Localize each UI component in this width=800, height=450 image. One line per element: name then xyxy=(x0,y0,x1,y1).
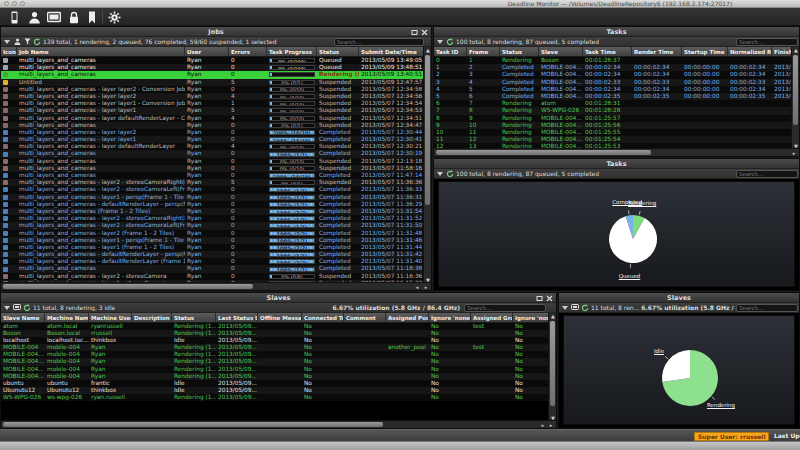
table-row[interactable]: MOBILE-004...mobile-004RyanRendering (1.… xyxy=(1,351,550,358)
table-row[interactable]: multi_layers_and_camerasRyan00% (0/1)Sus… xyxy=(1,122,425,129)
column-header[interactable]: Ignore 'none' Gr xyxy=(513,313,550,322)
table-row[interactable]: multi_layers_and_cameras - layer1 - pers… xyxy=(1,237,425,244)
refresh-icon[interactable] xyxy=(33,38,41,46)
collapse-caret-icon[interactable] xyxy=(436,38,444,46)
table-row[interactable]: localhostlocalhost.loc...thinkboxIdle201… xyxy=(1,337,550,344)
minimize-traffic-light[interactable] xyxy=(12,1,17,6)
slave-list-icon[interactable] xyxy=(571,304,579,312)
column-header[interactable]: Comment xyxy=(344,313,386,322)
collapse-caret-icon[interactable] xyxy=(3,38,11,46)
refresh-icon[interactable] xyxy=(446,38,454,46)
column-header[interactable]: Machine Name xyxy=(45,313,89,322)
table-row[interactable]: multi_layers_and_cameras - layer2 - ster… xyxy=(1,222,425,229)
table-row[interactable]: MOBILE-004mobile-004RyanRendering (1...2… xyxy=(1,344,550,351)
column-header[interactable]: Normalized Rend xyxy=(728,47,772,56)
user-filter-icon[interactable] xyxy=(13,38,21,46)
close-traffic-light[interactable] xyxy=(4,1,9,6)
table-row[interactable]: 78RenderingWS-WPG-02600:01:28:28 xyxy=(434,107,793,114)
slave-list-icon[interactable] xyxy=(13,304,21,312)
slaves-vertical-scrollbar[interactable]: ▲▼ xyxy=(548,313,556,422)
jobs-horizontal-scrollbar[interactable]: ◂▸ xyxy=(1,282,431,290)
column-header[interactable]: Slave Name xyxy=(1,313,45,322)
table-row[interactable]: multi_layers_and_camerasRyan00% (0/100)Q… xyxy=(1,64,425,71)
slaves-search-input[interactable] xyxy=(464,304,546,312)
float-panel-icon[interactable] xyxy=(536,295,543,302)
slave-icon[interactable] xyxy=(6,10,22,24)
table-row[interactable]: ubuntuubuntufranticIdle2013/05/09...NoNo… xyxy=(1,380,550,387)
table-row[interactable]: 89RenderingMOBILE-004...00:01:25:57 xyxy=(434,115,793,122)
column-header[interactable]: Startup Time xyxy=(682,47,728,56)
table-row[interactable]: atomatom.localryanrussellRendering (1...… xyxy=(1,323,550,330)
table-row[interactable]: multi_layers_and_camerasRyan00% (0/10)Su… xyxy=(1,158,425,165)
table-row[interactable]: multi_layers_and_camerasRyan0100% (1/1)C… xyxy=(1,150,425,157)
table-row[interactable]: Ubunutu12Ubunutu12thinkboxIdle2013/05/09… xyxy=(1,387,550,394)
table-row[interactable]: multi_layers_and_cameras - layer2 - ster… xyxy=(1,215,425,222)
table-row[interactable]: multi_layers_and_cameras - layer layer1R… xyxy=(1,136,425,143)
table-row[interactable]: multi_layers_and_cameras - layer layer1 … xyxy=(1,100,425,107)
table-row[interactable]: multi_layers_and_cameras - layer2 (Frame… xyxy=(1,230,425,237)
column-header[interactable]: Ignore 'none' Poo xyxy=(429,313,471,322)
column-header[interactable]: Icon xyxy=(1,47,17,56)
slaves-chart-search-input[interactable] xyxy=(736,304,798,312)
refresh-icon[interactable] xyxy=(581,304,589,312)
jobs-search-input[interactable] xyxy=(334,38,424,46)
collapse-caret-icon[interactable] xyxy=(436,170,444,178)
column-header[interactable]: Assigned Groups xyxy=(471,313,513,322)
table-row[interactable]: multi_layers_and_cameras - defaultRender… xyxy=(1,258,425,265)
column-header[interactable]: Submit Date/Time xyxy=(359,47,425,56)
tasks-search-input[interactable] xyxy=(736,38,798,46)
column-header[interactable]: Task Progress xyxy=(267,47,317,56)
table-row[interactable]: multi_layers_and_cameras - layer2 - ster… xyxy=(1,273,425,280)
column-header[interactable]: Render Time xyxy=(632,47,682,56)
table-row[interactable]: multi_layers_and_cameras - layer2 - ster… xyxy=(1,179,425,186)
table-row[interactable]: multi_layers_and_cameras - layer default… xyxy=(1,143,425,150)
table-row[interactable]: 1011RenderingMOBILE-004...00:01:25:55 xyxy=(434,129,793,136)
close-panel-icon[interactable] xyxy=(421,29,428,36)
table-row[interactable]: MOBILE-004...mobile-004RyanRendering (1.… xyxy=(1,366,550,373)
table-row[interactable]: multi_layers_and_cameras - layer2 - ster… xyxy=(1,186,425,193)
column-header[interactable]: Task Time xyxy=(583,47,632,56)
refresh-icon[interactable] xyxy=(23,304,31,312)
table-row[interactable]: multi_layers_and_cameras - defaultRender… xyxy=(1,201,425,208)
column-header[interactable]: Last Status Updat xyxy=(216,313,258,322)
zoom-traffic-light[interactable] xyxy=(20,1,25,6)
column-header[interactable]: Finish D xyxy=(772,47,793,56)
table-row[interactable]: 34CompletedMOBILE-004...00:00:02:3300:00… xyxy=(434,79,793,86)
column-header[interactable]: Task ID xyxy=(434,47,467,56)
monitor-icon[interactable] xyxy=(46,10,62,24)
table-row[interactable]: multi_layers_and_camerasRyan0100% (1/1)C… xyxy=(1,265,425,272)
column-header[interactable]: Assigned Pools xyxy=(386,313,429,322)
lock-icon[interactable] xyxy=(66,10,82,24)
jobs-vertical-scrollbar[interactable]: ▲▼ xyxy=(423,47,431,284)
column-header[interactable]: Connected To Pul xyxy=(302,313,344,322)
table-row[interactable]: multi_layers_and_cameras - layer default… xyxy=(1,115,425,122)
column-header[interactable]: Slave xyxy=(539,47,583,56)
column-header[interactable]: Status xyxy=(172,313,216,322)
column-header[interactable]: Description xyxy=(132,313,172,322)
user-icon[interactable] xyxy=(26,10,42,24)
table-row[interactable]: multi_layers_and_camerasRyan0100% (10/10… xyxy=(1,172,425,179)
table-row[interactable]: 01RenderingBoson00:01:28:37 xyxy=(434,57,793,64)
table-row[interactable]: multi_layers_and_cameras - layer layer2R… xyxy=(1,129,425,136)
column-header[interactable]: Errors xyxy=(229,47,267,56)
table-row[interactable]: 910RenderingMOBILE-004...00:01:25:56 xyxy=(434,122,793,129)
close-panel-icon[interactable] xyxy=(546,295,553,302)
column-header[interactable]: User xyxy=(185,47,229,56)
collapse-caret-icon[interactable] xyxy=(561,304,569,312)
table-row[interactable]: multi_layers_and_cameras - defaultRender… xyxy=(1,251,425,258)
table-row[interactable]: BosonBoson.localrrussellRendering (1...2… xyxy=(1,330,550,337)
table-row[interactable]: 12CompletedMOBILE-004...00:00:02:3400:00… xyxy=(434,64,793,71)
table-row[interactable]: multi_layers_and_cameras (Frame 1 - 2 Ti… xyxy=(1,208,425,215)
table-row[interactable]: multi_layers_and_cameras - layer1 - pers… xyxy=(1,194,425,201)
table-row[interactable]: MOBILE-004...mobile-004RyanRendering (1.… xyxy=(1,373,550,380)
column-header[interactable]: Machine User xyxy=(89,313,132,322)
table-row[interactable]: multi_layers_and_camerasRyan00% (0/10)Su… xyxy=(1,165,425,172)
table-row[interactable]: 67Renderingatom00:01:28:31 xyxy=(434,100,793,107)
table-row[interactable]: multi_layers_and_cameras - layer1 (Frame… xyxy=(1,244,425,251)
collapse-caret-icon[interactable] xyxy=(3,304,11,312)
table-row[interactable]: 45CompletedMOBILE-004...00:00:02:3400:00… xyxy=(434,86,793,93)
table-row[interactable]: multi_layers_and_cameras - layer layer2 … xyxy=(1,86,425,93)
tasks-horizontal-scrollbar[interactable]: ▸ xyxy=(434,148,799,156)
float-panel-icon[interactable] xyxy=(411,29,418,36)
table-row[interactable]: 56CompletedMOBILE-004...00:00:02:3500:00… xyxy=(434,93,793,100)
